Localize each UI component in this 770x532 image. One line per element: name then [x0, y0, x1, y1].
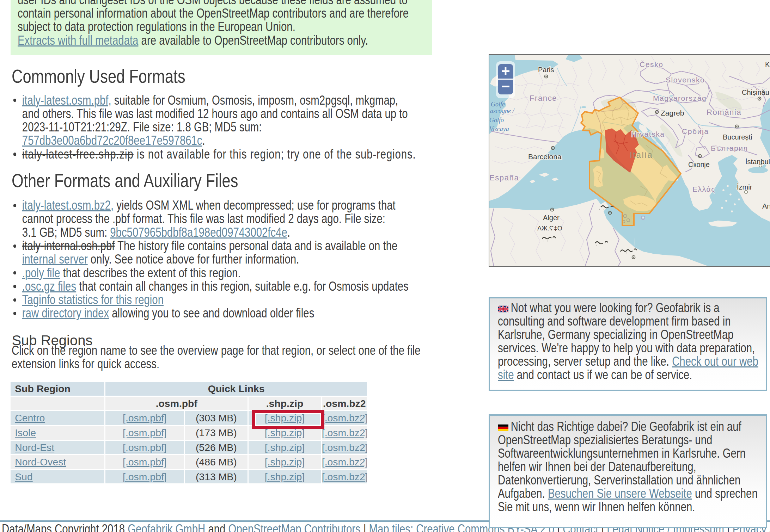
svg-text:Vizcaya: Vizcaya [489, 125, 509, 132]
svg-text:România: România [707, 108, 741, 117]
svg-text:Magyarország: Magyarország [653, 94, 707, 102]
svg-text:An: An [762, 202, 770, 210]
svg-text:Paris: Paris [538, 66, 554, 74]
svg-text:İstanbul: İstanbul [745, 158, 770, 166]
svg-text:İzmir: İzmir [737, 183, 752, 191]
svg-text:Golfo: Golfo [489, 117, 504, 124]
svg-text:Србија: Србија [682, 127, 709, 135]
svg-text:Golfe: Golfe [491, 101, 505, 108]
svg-text:Alger: Alger [543, 214, 560, 222]
svg-text:Chișinău: Chișinău [742, 88, 769, 96]
svg-text:Kr: Kr [765, 61, 770, 68]
svg-text:Hrvatska: Hrvatska [631, 130, 665, 138]
svg-text:България: България [711, 144, 748, 152]
svg-text:Zagreb: Zagreb [661, 109, 684, 117]
svg-text:Italia: Italia [630, 150, 653, 160]
svg-text:Česko: Česko [640, 60, 664, 68]
svg-text:Ελλάς: Ελλάς [692, 185, 715, 193]
svg-text:France: France [530, 94, 557, 103]
svg-text:București: București [723, 133, 752, 141]
svg-text:ascogne /: ascogne / [490, 107, 515, 115]
svg-text:ΛЖ.Ϛ‡O: ΛЖ.Ϛ‡O [537, 225, 562, 232]
svg-text:Slovensko: Slovensko [666, 76, 705, 84]
svg-text:Barcelona: Barcelona [528, 153, 562, 161]
svg-text:Скопје: Скопје [688, 161, 710, 168]
svg-text:España: España [489, 173, 519, 182]
